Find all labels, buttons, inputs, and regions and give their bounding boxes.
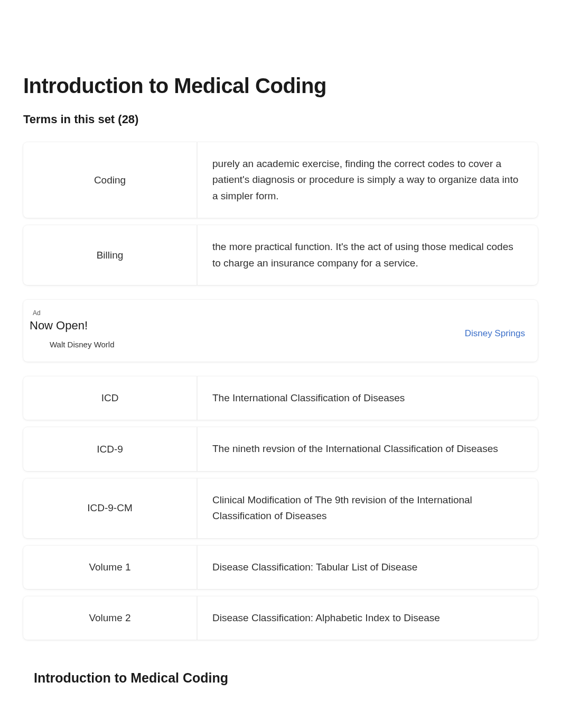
flashcard[interactable]: Volume 1 Disease Classification: Tabular… xyxy=(23,546,538,589)
flashcard-term: ICD xyxy=(23,376,198,420)
flashcard[interactable]: Volume 2 Disease Classification: Alphabe… xyxy=(23,596,538,640)
ad-label: Ad xyxy=(33,309,115,317)
flashcard-term: Billing xyxy=(23,225,198,285)
flashcard-definition: purely an academic exercise, finding the… xyxy=(198,142,538,218)
flashcard[interactable]: ICD-9-CM Clinical Modification of The 9t… xyxy=(23,478,538,538)
flashcard-definition: the more practical function. It's the ac… xyxy=(198,225,538,285)
flashcard[interactable]: ICD The International Classification of … xyxy=(23,376,538,420)
flashcard-definition: Disease Classification: Tabular List of … xyxy=(198,546,538,589)
flashcard-term: Volume 1 xyxy=(23,546,198,589)
flashcard-definition: Disease Classification: Alphabetic Index… xyxy=(198,596,538,640)
flashcard-definition: The International Classification of Dise… xyxy=(198,376,538,420)
page-title: Introduction to Medical Coding xyxy=(23,74,538,98)
flashcard-term: ICD-9-CM xyxy=(23,478,198,538)
flashcard[interactable]: Coding purely an academic exercise, find… xyxy=(23,142,538,218)
flashcard-definition: The nineth revsion of the International … xyxy=(198,427,538,471)
ad-headline: Now Open! xyxy=(30,319,115,333)
flashcard[interactable]: Billing the more practical function. It'… xyxy=(23,225,538,285)
ad-link[interactable]: Disney Springs xyxy=(465,328,525,339)
flashcard-term: Coding xyxy=(23,142,198,218)
flashcard[interactable]: ICD-9 The nineth revsion of the Internat… xyxy=(23,427,538,471)
flashcard-term: Volume 2 xyxy=(23,596,198,640)
flashcard-term: ICD-9 xyxy=(23,427,198,471)
ad-banner[interactable]: Ad Now Open! Walt Disney World Disney Sp… xyxy=(23,300,538,362)
terms-count-subtitle: Terms in this set (28) xyxy=(23,113,538,126)
set-title-footer: Introduction to Medical Coding xyxy=(34,670,538,686)
ad-content: Ad Now Open! Walt Disney World xyxy=(33,309,115,349)
flashcard-list: Coding purely an academic exercise, find… xyxy=(23,142,538,640)
ad-subtext: Walt Disney World xyxy=(50,340,115,349)
flashcard-definition: Clinical Modification of The 9th revisio… xyxy=(198,478,538,538)
